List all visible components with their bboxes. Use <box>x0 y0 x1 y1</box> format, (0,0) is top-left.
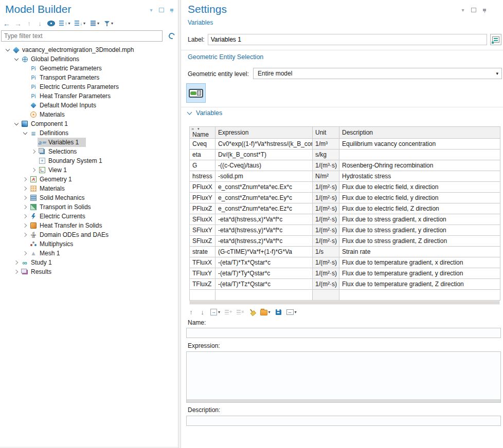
name-cell[interactable]: eta <box>190 150 215 160</box>
filter-button[interactable]: ▾ <box>103 20 113 27</box>
name-cell[interactable]: PFluxY <box>190 193 215 203</box>
tree-item-transport-in-solids[interactable]: Transport in Solids <box>0 202 178 212</box>
twisty-collapsed-icon[interactable] <box>22 203 29 211</box>
name-cell[interactable]: Cveq <box>190 139 215 150</box>
name-cell[interactable]: TFluxY <box>190 268 215 279</box>
tree-item-electric-currents-parameters[interactable]: Electric Currents Parameters <box>0 82 178 91</box>
expression-cell[interactable]: e_const*Znum*eta*ec.Ez*c <box>215 203 313 214</box>
twisty-collapsed-icon[interactable] <box>22 250 29 257</box>
name-cell[interactable]: SFluxY <box>190 225 215 236</box>
tree-item-electric-currents[interactable]: Electric Currents <box>0 212 178 221</box>
dropdown-icon[interactable] <box>460 7 466 13</box>
rename-button[interactable] <box>490 34 501 45</box>
tree-item-selections[interactable]: Selections <box>0 147 178 156</box>
expression-cell[interactable]: e_const*Znum*eta*ec.Ex*c <box>215 182 313 193</box>
name-cell[interactable]: SFluxX <box>190 214 215 225</box>
twisty-collapsed-icon[interactable] <box>22 231 29 238</box>
description-cell[interactable] <box>339 290 500 301</box>
expression-cell[interactable]: -solid.pm <box>215 171 313 182</box>
expression-scrollbar[interactable] <box>187 399 500 402</box>
tree-item-domain-odes-and-daes[interactable]: Domain ODEs and DAEs <box>0 230 178 239</box>
expand-all-button[interactable]: ▾ <box>59 20 70 27</box>
tree-item-variables-1[interactable]: Variables 1 <box>0 138 178 147</box>
active-toggle-button[interactable] <box>186 83 206 103</box>
tree-item-component-1[interactable]: Component 1 <box>0 119 178 128</box>
name-cell[interactable] <box>190 290 215 301</box>
move-to-button[interactable]: ▾ <box>210 308 220 316</box>
tree-item-definitions[interactable]: Definitions <box>0 128 178 138</box>
tree-item-materials[interactable]: Materials <box>0 110 178 119</box>
tree-item-boundary-system-1[interactable]: Boundary System 1 <box>0 156 178 165</box>
table-settings-button[interactable]: ▾ <box>286 308 297 316</box>
twisty-expanded-icon[interactable] <box>4 46 11 53</box>
description-cell[interactable]: Flux due to temperature gradient, y dire… <box>339 268 500 279</box>
geometric-entity-level-select[interactable]: Entire model ▾ <box>253 68 502 79</box>
scrollbar-thumb[interactable] <box>190 301 499 304</box>
tree-item-transport-parameters[interactable]: Transport Parameters <box>0 73 178 82</box>
move-up-button[interactable] <box>26 20 32 27</box>
move-down-button[interactable] <box>37 20 43 27</box>
expression-cell[interactable]: -eta*d(hstress,z)*Va*f*c <box>215 236 313 247</box>
description-cell[interactable]: Strain rate <box>339 247 500 257</box>
filter-input[interactable] <box>1 30 163 42</box>
twisty-collapsed-icon[interactable] <box>22 176 29 183</box>
twisty-collapsed-icon[interactable] <box>30 166 38 174</box>
pin-icon[interactable] <box>481 7 488 13</box>
tree-item-multiphysics[interactable]: Multiphysics <box>0 239 178 249</box>
column-header-expression[interactable]: Expression <box>215 127 313 139</box>
twisty-collapsed-icon[interactable] <box>22 194 29 201</box>
description-cell[interactable]: Flux due to temperature gradient, x dire… <box>339 257 500 268</box>
delete-button[interactable] <box>237 308 244 316</box>
refresh-button[interactable] <box>168 32 175 40</box>
description-cell[interactable]: Flux due to temperature gradient, Z dire… <box>339 279 500 290</box>
tree-item-vacancy-electromigration-3dmodel-mph[interactable]: vacancy_electromigration_3Dmodel.mph <box>0 45 178 54</box>
twisty-expanded-icon[interactable] <box>13 120 20 127</box>
model-tree-node-text-button[interactable]: ▾ <box>89 20 99 27</box>
tree-item-geometry-1[interactable]: Geometry 1 <box>0 175 178 184</box>
variables-section-header[interactable]: Variables <box>188 109 222 117</box>
pin-icon[interactable] <box>169 7 175 13</box>
forward-button[interactable] <box>14 20 22 27</box>
back-button[interactable] <box>3 20 10 27</box>
description-cell[interactable]: Hydrostatic stress <box>339 171 500 182</box>
description-cell[interactable]: Flux due to electric field, x direction <box>339 182 500 193</box>
expression-cell[interactable]: -(eta/T)*Tx*Qstar*c <box>215 257 313 268</box>
clear-button[interactable] <box>249 308 256 316</box>
add-button[interactable] <box>225 308 232 316</box>
name-cell[interactable]: PFluxX <box>190 182 215 193</box>
tree-item-study-1[interactable]: Study 1 <box>0 258 178 267</box>
description-cell[interactable] <box>339 150 500 160</box>
expression-cell[interactable]: -eta*d(hstress,x)*Va*f*c <box>215 214 313 225</box>
column-header-unit[interactable]: Unit <box>313 127 339 139</box>
expression-cell[interactable]: -(eta/T)*Tz*Qstar*c <box>215 279 313 290</box>
show-button[interactable] <box>47 20 55 27</box>
move-up-button[interactable] <box>188 308 194 316</box>
tree-item-materials[interactable]: Materials <box>0 184 178 193</box>
tree-item-global-definitions[interactable]: Global Definitions <box>0 54 178 64</box>
description-cell[interactable]: Flux due to stress gradient, x direction <box>339 214 500 225</box>
dropdown-icon[interactable] <box>148 7 154 13</box>
expression-cell[interactable]: -(eta/T)*Ty*Qstar*c <box>215 268 313 279</box>
name-cell[interactable]: PFluxZ <box>190 203 215 214</box>
collapse-all-button[interactable]: ▾ <box>75 20 86 27</box>
twisty-collapsed-icon[interactable] <box>22 213 29 220</box>
twisty-expanded-icon[interactable] <box>22 129 29 137</box>
name-cell[interactable]: G <box>190 160 215 171</box>
expression-cell[interactable]: -((c-Cveq)/taus) <box>215 160 313 171</box>
expression-cell[interactable]: Dv/(k_B_const*T) <box>215 150 313 160</box>
label-input[interactable] <box>208 34 487 45</box>
name-cell[interactable]: strate <box>190 247 215 257</box>
load-button[interactable]: ▾ <box>260 308 271 316</box>
tree-item-results[interactable]: Results <box>0 267 178 276</box>
twisty-collapsed-icon[interactable] <box>22 222 29 229</box>
column-header-description[interactable]: Description <box>339 127 500 139</box>
move-down-button[interactable] <box>199 308 206 316</box>
expression-cell[interactable]: (G-cTIME)*Va*f+(1-f)*G*Va <box>215 247 313 257</box>
tree-item-mesh-1[interactable]: Mesh 1 <box>0 249 178 258</box>
twisty-collapsed-icon[interactable] <box>22 185 29 192</box>
description-cell[interactable]: Flux due to electric field, Z direction <box>339 203 500 214</box>
expression-cell[interactable]: Cv0*exp((1-f)*Va*hstress/(k_B_const*T)) <box>215 139 313 150</box>
description-cell[interactable]: Flux due to electric field, y direction <box>339 193 500 203</box>
expression-cell[interactable]: e_const*Znum*eta*ec.Ey*c <box>215 193 313 203</box>
column-header-name[interactable]: »▾ Name <box>190 127 215 139</box>
